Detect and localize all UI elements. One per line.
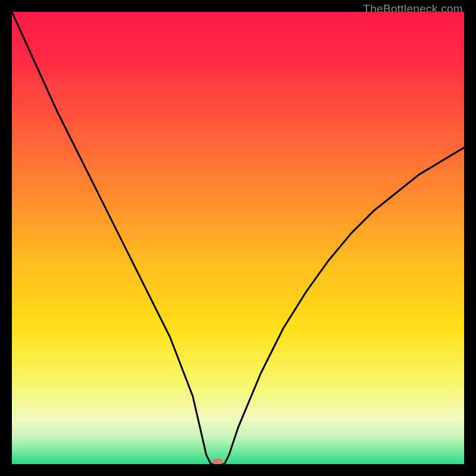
chart-frame: TheBottleneck.com (0, 0, 476, 476)
bottleneck-chart (12, 12, 464, 464)
plot-area (12, 12, 464, 464)
gradient-background (12, 12, 464, 464)
